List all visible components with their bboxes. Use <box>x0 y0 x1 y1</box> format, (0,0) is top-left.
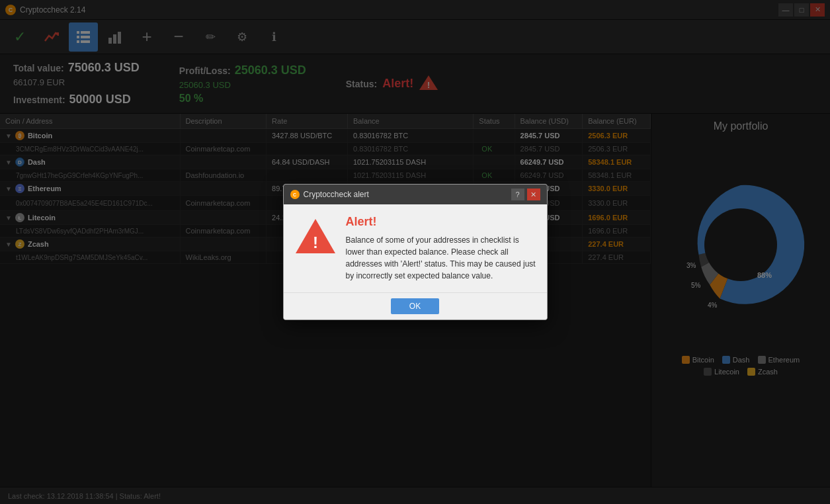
svg-text:!: ! <box>313 233 318 251</box>
modal-alert-icon: ! <box>294 215 337 257</box>
alert-modal: C Cryptoccheck alert ? ✕ ! Alert! Balanc… <box>283 184 548 320</box>
modal-app-icon: C <box>290 190 300 199</box>
modal-body: ! Alert! Balance of some of your address… <box>284 204 547 292</box>
modal-alert-title: Alert! <box>346 215 536 229</box>
modal-header: C Cryptoccheck alert ? ✕ <box>284 185 547 204</box>
modal-footer: OK <box>284 292 547 319</box>
modal-title: Cryptoccheck alert <box>304 190 369 199</box>
modal-overlay: C Cryptoccheck alert ? ✕ ! Alert! Balanc… <box>0 0 830 504</box>
modal-close-button[interactable]: ✕ <box>527 189 540 200</box>
modal-ok-button[interactable]: OK <box>391 298 439 314</box>
modal-question-button[interactable]: ? <box>511 189 524 200</box>
modal-alert-text: Balance of some of your addresses in che… <box>346 234 536 282</box>
